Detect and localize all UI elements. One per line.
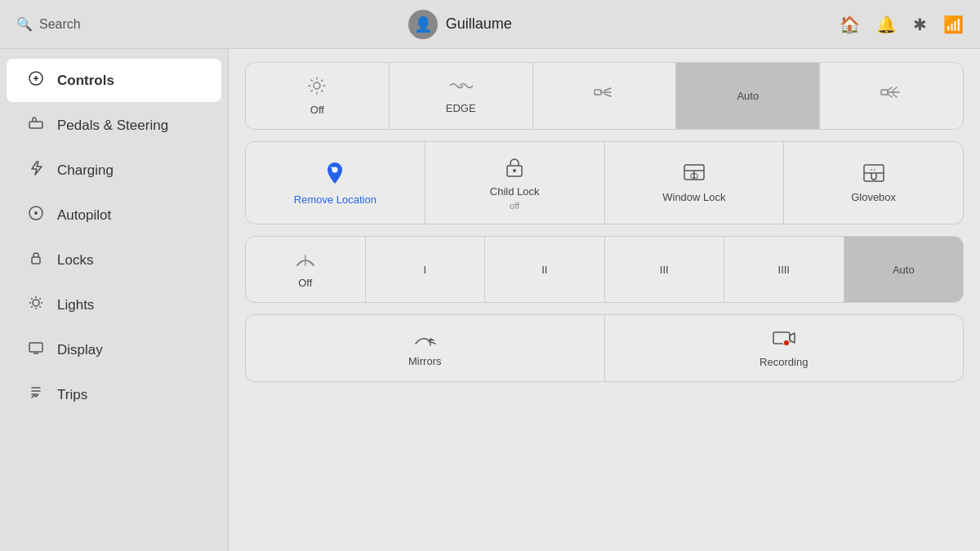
wipers-off-icon [294,251,317,273]
svg-point-5 [33,300,39,306]
lights-icon [26,295,46,315]
brightness-off-label: Off [310,104,324,116]
child-lock-status: off [510,201,519,211]
window-lock-cell[interactable]: Window Lock [605,142,785,224]
brightness-off-cell[interactable]: Off [246,63,390,129]
glovebox-label: Glovebox [851,191,896,203]
sidebar-controls-label: Controls [57,73,114,89]
svg-rect-6 [29,343,42,352]
wipers-auto-label: Auto [893,264,915,276]
sidebar-lights-label: Lights [57,297,94,313]
child-lock-icon [504,156,525,182]
remove-location-label: Remove Location [294,193,376,206]
trips-icon [26,384,46,405]
recording-cell[interactable]: Recording [605,315,964,381]
svg-point-12 [513,169,516,172]
glovebox-icon [862,163,885,188]
child-lock-label: Child Lock [490,185,540,198]
wipers-off-label: Off [298,277,312,289]
mirrors-cell[interactable]: Mirrors [246,315,605,381]
sidebar-item-display[interactable]: Display [7,328,221,371]
content-area: Off EDGE [229,49,980,551]
edge-icon [448,78,473,99]
lighting-row: Off EDGE [245,62,964,130]
wipers-1-cell[interactable]: I [366,237,486,302]
sidebar-pedals-label: Pedals & Steering [57,118,168,134]
child-lock-cell[interactable]: Child Lock off [425,142,605,224]
recording-label: Recording [760,356,808,368]
sidebar-item-charging[interactable]: Charging [7,149,221,192]
controls-icon [26,70,46,91]
main-layout: Controls Pedals & Steering Charging Auto… [0,49,980,551]
wipers-2-cell[interactable]: II [485,237,605,302]
sidebar-item-autopilot[interactable]: Autopilot [7,193,221,237]
mirrors-row: Mirrors Recording [245,314,964,382]
high-beam-icon [880,84,904,105]
brightness-icon [307,76,327,100]
sidebar-trips-label: Trips [57,387,87,403]
svg-rect-8 [595,90,601,95]
auto-light-label: Auto [737,90,759,102]
sidebar-item-lights[interactable]: Lights [7,283,221,327]
sidebar-item-controls[interactable]: Controls [7,59,221,102]
locks-icon [26,250,46,270]
sidebar: Controls Pedals & Steering Charging Auto… [0,49,229,551]
svg-point-18 [784,340,789,345]
wipers-1-label: I [423,264,426,276]
header: 🔍 Search 👤 Guillaume 🏠 🔔 ✱ 📶 [0,0,980,49]
sidebar-autopilot-label: Autopilot [57,207,111,224]
edge-cell[interactable]: EDGE [390,63,533,129]
recording-icon [772,328,796,353]
wipers-row: Off I II III IIII Auto [245,236,964,303]
wipers-off-cell[interactable]: Off [246,237,366,302]
location-pin-icon [324,161,345,190]
sidebar-item-trips[interactable]: Trips [7,373,221,416]
search-area[interactable]: 🔍 Search [16,16,81,32]
svg-point-7 [314,82,320,89]
sidebar-charging-label: Charging [57,162,114,179]
mirrors-icon [412,329,437,352]
header-icons: 🏠 🔔 ✱ 📶 [840,15,964,34]
bell-icon[interactable]: 🔔 [876,15,897,34]
high-beam-cell[interactable] [820,63,963,129]
display-icon [26,340,46,360]
user-info: 👤 Guillaume [408,10,512,39]
avatar: 👤 [408,10,438,39]
home-icon[interactable]: 🏠 [840,15,860,34]
autopilot-icon [26,205,46,225]
bluetooth-icon[interactable]: ✱ [913,15,927,34]
wifi-icon[interactable]: 📶 [943,15,964,34]
beam-cell[interactable] [533,63,677,129]
window-lock-label: Window Lock [662,191,725,203]
svg-rect-9 [881,90,888,95]
wipers-4-cell[interactable]: IIII [724,237,844,302]
glovebox-cell[interactable]: Glovebox [784,142,963,224]
sidebar-item-locks[interactable]: Locks [7,238,221,282]
search-icon: 🔍 [16,16,33,32]
wipers-4-label: IIII [778,264,790,276]
svg-rect-1 [29,122,42,128]
wipers-3-cell[interactable]: III [605,237,725,302]
search-label: Search [39,17,81,32]
svg-point-3 [34,211,38,215]
locks-row: Remove Location Child Lock off [245,141,964,224]
sidebar-display-label: Display [57,342,103,358]
window-lock-icon [683,163,706,188]
username: Guillaume [446,16,512,33]
auto-light-cell[interactable]: Auto [676,63,820,129]
pedals-icon [26,115,46,136]
wipers-auto-cell[interactable]: Auto [844,237,964,302]
wipers-2-label: II [541,264,547,276]
sidebar-locks-label: Locks [57,252,93,269]
sidebar-item-pedals[interactable]: Pedals & Steering [7,104,221,147]
beam-icon [593,84,616,105]
edge-label: EDGE [446,102,476,114]
charging-icon [26,160,46,180]
mirrors-label: Mirrors [408,355,441,367]
svg-rect-4 [32,257,40,264]
remove-location-cell[interactable]: Remove Location [246,142,425,224]
wipers-3-label: III [660,264,669,276]
